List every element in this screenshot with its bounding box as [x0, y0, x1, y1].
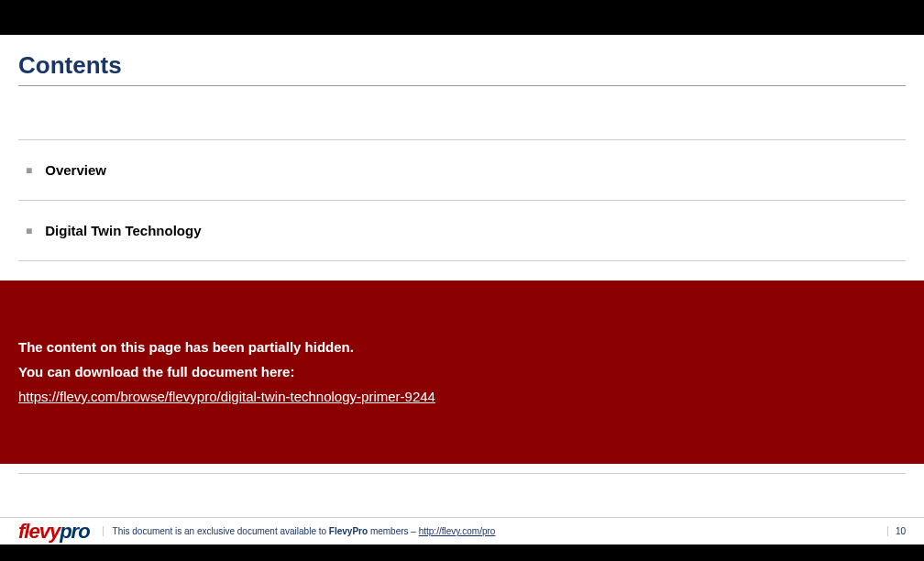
page-number: 10: [887, 526, 906, 536]
footer: flevypro This document is an exclusive d…: [0, 517, 924, 544]
hidden-line1: The content on this page has been partia…: [18, 339, 906, 355]
content-area: ■ Overview ■ Digital Twin Technology: [0, 139, 924, 261]
toc-item-label: Overview: [45, 162, 106, 178]
title-area: Contents: [0, 35, 924, 95]
footer-text-after: members –: [368, 526, 419, 536]
hidden-content-panel: The content on this page has been partia…: [0, 280, 924, 464]
footer-text-bold: FlevyPro: [329, 526, 368, 536]
footer-black-bar: [0, 544, 924, 561]
bullet-icon: ■: [26, 225, 32, 237]
footer-text-before: This document is an exclusive document a…: [113, 526, 329, 536]
hidden-line2: You can download the full document here:: [18, 364, 906, 380]
header-black-bar: [0, 0, 924, 35]
title-underline: [18, 85, 906, 86]
page-title: Contents: [18, 51, 906, 80]
logo-pro-text: pro: [60, 520, 89, 544]
bullet-icon: ■: [26, 164, 32, 177]
footer-link[interactable]: http://flevy.com/pro: [419, 526, 496, 536]
logo-flevy-text: flevy: [18, 520, 60, 544]
divider-line: [18, 473, 906, 474]
download-link[interactable]: https://flevy.com/browse/flevypro/digita…: [18, 389, 435, 404]
toc-item-label: Digital Twin Technology: [45, 223, 201, 238]
flevypro-logo: flevypro: [18, 520, 90, 544]
toc-item-overview: ■ Overview: [18, 140, 906, 201]
slide-container: Contents ■ Overview ■ Digital Twin Techn…: [0, 0, 924, 561]
footer-text: This document is an exclusive document a…: [103, 526, 496, 536]
toc-item-digital-twin: ■ Digital Twin Technology: [18, 201, 906, 261]
